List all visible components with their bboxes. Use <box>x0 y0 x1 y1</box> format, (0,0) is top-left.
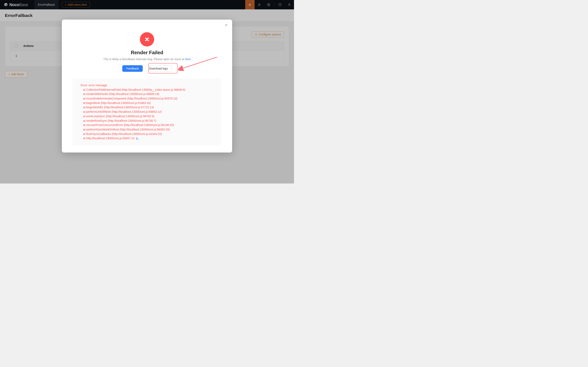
error-icon <box>140 32 154 47</box>
copy-icon[interactable] <box>136 137 138 140</box>
stack-last-line: at http://localhost:13000/umi.js:55947:1… <box>83 137 134 140</box>
stack-line: at recoverFromConcurrentError (http://lo… <box>81 123 213 127</box>
modal-description: This is likely a NocoBase internals bug.… <box>67 58 227 61</box>
stack-line: at beginWork$1 (http://localhost:13000/u… <box>81 105 213 110</box>
download-logs-button[interactable]: Download logs <box>145 65 172 72</box>
close-icon[interactable] <box>224 23 228 27</box>
stack-line: at flushSyncCallbacks (http://localhost:… <box>81 132 213 136</box>
stack-line: Error: error message <box>81 83 213 88</box>
modal-title: Render Failed <box>67 50 227 55</box>
stack-trace: Error: error message at CollectionFieldI… <box>72 79 222 145</box>
feedback-button[interactable]: Feedback <box>122 65 143 72</box>
stack-line: at renderWithHooks (http://localhost:130… <box>81 92 213 96</box>
stack-line: at performUnitOfWork (http://localhost:1… <box>81 110 213 114</box>
stack-line: at mountIndeterminateComponent (http://l… <box>81 96 213 101</box>
stack-line: at http://localhost:13000/umi.js:55947:1… <box>81 136 213 141</box>
stack-line: at workLoopSync (http://localhost:13000/… <box>81 114 213 119</box>
svg-rect-9 <box>137 138 138 140</box>
stack-line: at renderRootSync (http://localhost:1300… <box>81 119 213 123</box>
modal-overlay: Render Failed This is likely a NocoBase … <box>0 0 294 184</box>
stack-line: at performSyncWorkOnRoot (http://localho… <box>81 127 213 132</box>
stack-line: at CollectionFieldInternalField (http://… <box>81 88 213 92</box>
error-modal: Render Failed This is likely a NocoBase … <box>62 20 232 152</box>
modal-desc-text: This is likely a NocoBase internals bug.… <box>103 58 185 61</box>
stack-line: at beginWork (http://localhost:13000/umi… <box>81 101 213 105</box>
issue-link[interactable]: here <box>185 58 191 61</box>
